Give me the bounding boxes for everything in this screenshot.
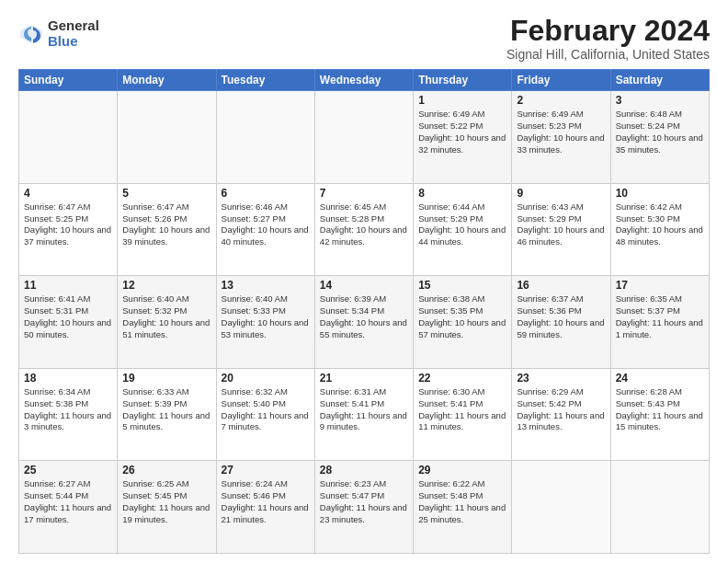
- day-number: 17: [616, 279, 704, 292]
- header: General Blue February 2024 Signal Hill, …: [18, 15, 710, 62]
- day-cell: 29Sunrise: 6:22 AM Sunset: 5:48 PM Dayli…: [414, 461, 512, 554]
- day-number: 5: [122, 187, 210, 200]
- day-cell: 6Sunrise: 6:46 AM Sunset: 5:27 PM Daylig…: [216, 183, 314, 276]
- day-number: 18: [24, 372, 112, 385]
- day-header: Friday: [512, 70, 610, 91]
- logo-blue: Blue: [48, 34, 99, 50]
- day-cell: [19, 91, 118, 184]
- day-number: 21: [320, 372, 408, 385]
- day-detail: Sunrise: 6:48 AM Sunset: 5:24 PM Dayligh…: [616, 109, 704, 155]
- logo-text: General Blue: [48, 18, 99, 49]
- day-number: 20: [222, 372, 310, 385]
- day-number: 12: [122, 279, 210, 292]
- day-detail: Sunrise: 6:27 AM Sunset: 5:44 PM Dayligh…: [24, 478, 112, 525]
- day-detail: Sunrise: 6:29 AM Sunset: 5:42 PM Dayligh…: [517, 386, 605, 433]
- day-number: 7: [320, 187, 408, 200]
- day-number: 6: [222, 187, 310, 200]
- day-cell: 28Sunrise: 6:23 AM Sunset: 5:47 PM Dayli…: [314, 461, 413, 554]
- day-number: 9: [517, 187, 605, 200]
- day-number: 19: [122, 372, 210, 385]
- logo-general: General: [48, 18, 99, 34]
- day-number: 8: [418, 187, 506, 200]
- day-detail: Sunrise: 6:35 AM Sunset: 5:37 PM Dayligh…: [616, 293, 704, 340]
- day-number: 24: [616, 372, 704, 385]
- location: Signal Hill, California, United States: [506, 47, 710, 62]
- week-row: 1Sunrise: 6:49 AM Sunset: 5:22 PM Daylig…: [19, 91, 710, 184]
- day-detail: Sunrise: 6:30 AM Sunset: 5:41 PM Dayligh…: [418, 386, 506, 433]
- page: General Blue February 2024 Signal Hill, …: [0, 0, 728, 563]
- week-row: 18Sunrise: 6:34 AM Sunset: 5:38 PM Dayli…: [19, 368, 710, 461]
- day-cell: 9Sunrise: 6:43 AM Sunset: 5:29 PM Daylig…: [512, 183, 610, 276]
- logo-icon: [18, 21, 44, 47]
- day-cell: 10Sunrise: 6:42 AM Sunset: 5:30 PM Dayli…: [610, 183, 709, 276]
- logo: General Blue: [18, 18, 99, 49]
- day-number: 14: [320, 279, 408, 292]
- day-detail: Sunrise: 6:49 AM Sunset: 5:23 PM Dayligh…: [517, 109, 605, 155]
- month-title: February 2024: [506, 15, 710, 47]
- day-number: 28: [320, 464, 408, 477]
- day-cell: 25Sunrise: 6:27 AM Sunset: 5:44 PM Dayli…: [19, 461, 118, 554]
- day-number: 13: [222, 279, 310, 292]
- day-detail: Sunrise: 6:34 AM Sunset: 5:38 PM Dayligh…: [24, 386, 112, 433]
- day-header: Thursday: [414, 70, 512, 91]
- day-cell: 15Sunrise: 6:38 AM Sunset: 5:35 PM Dayli…: [414, 276, 512, 369]
- day-cell: 14Sunrise: 6:39 AM Sunset: 5:34 PM Dayli…: [314, 276, 413, 369]
- day-cell: 3Sunrise: 6:48 AM Sunset: 5:24 PM Daylig…: [610, 91, 709, 184]
- week-row: 4Sunrise: 6:47 AM Sunset: 5:25 PM Daylig…: [19, 183, 710, 276]
- day-detail: Sunrise: 6:33 AM Sunset: 5:39 PM Dayligh…: [122, 386, 210, 433]
- day-number: 3: [616, 94, 704, 107]
- day-cell: 7Sunrise: 6:45 AM Sunset: 5:28 PM Daylig…: [314, 183, 413, 276]
- day-cell: 4Sunrise: 6:47 AM Sunset: 5:25 PM Daylig…: [19, 183, 118, 276]
- day-detail: Sunrise: 6:31 AM Sunset: 5:41 PM Dayligh…: [320, 386, 408, 433]
- day-detail: Sunrise: 6:42 AM Sunset: 5:30 PM Dayligh…: [616, 201, 704, 248]
- day-cell: 26Sunrise: 6:25 AM Sunset: 5:45 PM Dayli…: [118, 461, 216, 554]
- day-detail: Sunrise: 6:32 AM Sunset: 5:40 PM Dayligh…: [222, 386, 310, 433]
- day-detail: Sunrise: 6:41 AM Sunset: 5:31 PM Dayligh…: [24, 293, 112, 340]
- day-cell: 2Sunrise: 6:49 AM Sunset: 5:23 PM Daylig…: [512, 91, 610, 184]
- day-cell: 16Sunrise: 6:37 AM Sunset: 5:36 PM Dayli…: [512, 276, 610, 369]
- day-cell: [610, 461, 709, 554]
- day-number: 2: [517, 94, 605, 107]
- day-cell: 19Sunrise: 6:33 AM Sunset: 5:39 PM Dayli…: [118, 368, 216, 461]
- day-detail: Sunrise: 6:37 AM Sunset: 5:36 PM Dayligh…: [517, 293, 605, 340]
- day-header: Wednesday: [314, 70, 413, 91]
- day-cell: [512, 461, 610, 554]
- day-number: 22: [418, 372, 506, 385]
- day-number: 1: [418, 94, 506, 107]
- day-number: 15: [418, 279, 506, 292]
- day-detail: Sunrise: 6:40 AM Sunset: 5:32 PM Dayligh…: [122, 293, 210, 340]
- day-cell: 17Sunrise: 6:35 AM Sunset: 5:37 PM Dayli…: [610, 276, 709, 369]
- day-cell: 23Sunrise: 6:29 AM Sunset: 5:42 PM Dayli…: [512, 368, 610, 461]
- week-row: 25Sunrise: 6:27 AM Sunset: 5:44 PM Dayli…: [19, 461, 710, 554]
- day-cell: 1Sunrise: 6:49 AM Sunset: 5:22 PM Daylig…: [414, 91, 512, 184]
- day-detail: Sunrise: 6:23 AM Sunset: 5:47 PM Dayligh…: [320, 478, 408, 525]
- day-header: Saturday: [610, 70, 709, 91]
- day-number: 25: [24, 464, 112, 477]
- day-number: 4: [24, 187, 112, 200]
- day-cell: 11Sunrise: 6:41 AM Sunset: 5:31 PM Dayli…: [19, 276, 118, 369]
- day-cell: 13Sunrise: 6:40 AM Sunset: 5:33 PM Dayli…: [216, 276, 314, 369]
- day-header: Tuesday: [216, 70, 314, 91]
- day-cell: 5Sunrise: 6:47 AM Sunset: 5:26 PM Daylig…: [118, 183, 216, 276]
- day-detail: Sunrise: 6:38 AM Sunset: 5:35 PM Dayligh…: [418, 293, 506, 340]
- day-cell: 18Sunrise: 6:34 AM Sunset: 5:38 PM Dayli…: [19, 368, 118, 461]
- day-cell: [216, 91, 314, 184]
- day-detail: Sunrise: 6:47 AM Sunset: 5:25 PM Dayligh…: [24, 201, 112, 248]
- day-detail: Sunrise: 6:43 AM Sunset: 5:29 PM Dayligh…: [517, 201, 605, 248]
- day-number: 26: [122, 464, 210, 477]
- day-detail: Sunrise: 6:46 AM Sunset: 5:27 PM Dayligh…: [222, 201, 310, 248]
- day-cell: 12Sunrise: 6:40 AM Sunset: 5:32 PM Dayli…: [118, 276, 216, 369]
- day-detail: Sunrise: 6:44 AM Sunset: 5:29 PM Dayligh…: [418, 201, 506, 248]
- day-number: 11: [24, 279, 112, 292]
- week-row: 11Sunrise: 6:41 AM Sunset: 5:31 PM Dayli…: [19, 276, 710, 369]
- day-detail: Sunrise: 6:22 AM Sunset: 5:48 PM Dayligh…: [418, 478, 506, 525]
- day-cell: 22Sunrise: 6:30 AM Sunset: 5:41 PM Dayli…: [414, 368, 512, 461]
- day-detail: Sunrise: 6:25 AM Sunset: 5:45 PM Dayligh…: [122, 478, 210, 525]
- day-cell: [314, 91, 413, 184]
- day-detail: Sunrise: 6:49 AM Sunset: 5:22 PM Dayligh…: [418, 109, 506, 155]
- day-cell: [118, 91, 216, 184]
- header-row: SundayMondayTuesdayWednesdayThursdayFrid…: [19, 70, 710, 91]
- day-number: 16: [517, 279, 605, 292]
- day-detail: Sunrise: 6:28 AM Sunset: 5:43 PM Dayligh…: [616, 386, 704, 433]
- day-header: Sunday: [19, 70, 118, 91]
